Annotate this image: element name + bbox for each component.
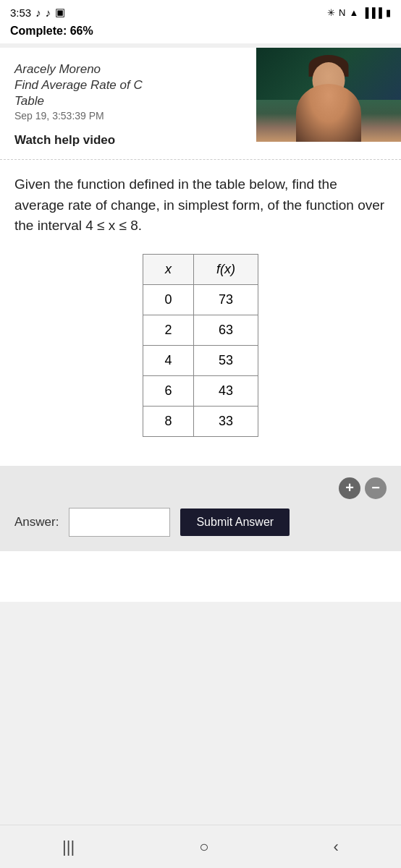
bottom-spacer bbox=[0, 551, 401, 602]
table-row: 073 bbox=[143, 284, 258, 315]
table-cell-x: 6 bbox=[143, 375, 194, 406]
status-bar: 3:53 ♪ ♪ ▣ ✳ N ▲ ▐▐▐ ▮ bbox=[0, 0, 401, 22]
table-cell-x: 8 bbox=[143, 406, 194, 436]
table-row: 643 bbox=[143, 375, 258, 406]
answer-section: + − Answer: Submit Answer bbox=[0, 466, 401, 551]
math-table-container: x f(x) 073263453643833 bbox=[14, 254, 387, 437]
answer-row: Answer: Submit Answer bbox=[14, 508, 387, 537]
video-person-body bbox=[296, 84, 361, 142]
status-time: 3:53 bbox=[10, 7, 31, 19]
menu-button[interactable]: ||| bbox=[48, 830, 89, 864]
chevron-left-icon: ‹ bbox=[334, 838, 339, 856]
table-cell-fx: 43 bbox=[194, 375, 258, 406]
wifi-icon: ▲ bbox=[349, 7, 358, 18]
menu-lines-icon: ||| bbox=[62, 838, 75, 856]
back-button[interactable]: ‹ bbox=[319, 830, 353, 864]
table-cell-x: 2 bbox=[143, 315, 194, 345]
photo-icon: ▣ bbox=[55, 6, 65, 19]
table-header-fx: f(x) bbox=[194, 254, 258, 284]
table-header-x: x bbox=[143, 254, 194, 284]
table-cell-x: 4 bbox=[143, 345, 194, 375]
add-field-button[interactable]: + bbox=[339, 477, 360, 499]
home-button[interactable]: ○ bbox=[185, 830, 223, 864]
progress-label: Complete: 66% bbox=[10, 25, 93, 37]
circle-icon: ○ bbox=[199, 838, 208, 856]
music-icon-2: ♪ bbox=[46, 7, 51, 19]
battery-icon: ▮ bbox=[386, 7, 391, 18]
answer-controls-top: + − bbox=[14, 477, 387, 499]
submit-button[interactable]: Submit Answer bbox=[180, 509, 290, 536]
bluetooth-icon: ✳ bbox=[327, 7, 335, 18]
answer-input[interactable] bbox=[69, 508, 170, 537]
video-person-graphic bbox=[256, 48, 401, 142]
table-row: 453 bbox=[143, 345, 258, 375]
problem-section: Given the function defined in the table … bbox=[0, 174, 401, 466]
table-row: 263 bbox=[143, 315, 258, 345]
main-card: Aracely Moreno Find Average Rate of C Ta… bbox=[0, 48, 401, 602]
bottom-navigation: ||| ○ ‹ bbox=[0, 825, 401, 868]
plus-icon: + bbox=[345, 480, 354, 496]
table-cell-fx: 53 bbox=[194, 345, 258, 375]
notification-icon: N bbox=[339, 7, 345, 18]
status-right-icons: ✳ N ▲ ▐▐▐ ▮ bbox=[327, 7, 391, 18]
problem-text: Given the function defined in the table … bbox=[14, 174, 387, 237]
remove-field-button[interactable]: − bbox=[365, 477, 387, 499]
music-icon-1: ♪ bbox=[35, 7, 41, 19]
table-cell-x: 0 bbox=[143, 284, 194, 315]
table-row: 833 bbox=[143, 406, 258, 436]
table-cell-fx: 73 bbox=[194, 284, 258, 315]
minus-icon: − bbox=[371, 480, 380, 496]
answer-label: Answer: bbox=[14, 515, 59, 529]
table-cell-fx: 33 bbox=[194, 406, 258, 436]
function-table: x f(x) 073263453643833 bbox=[143, 254, 258, 437]
status-time-group: 3:53 ♪ ♪ ▣ bbox=[10, 6, 65, 19]
table-cell-fx: 63 bbox=[194, 315, 258, 345]
video-thumbnail[interactable] bbox=[256, 48, 401, 142]
section-divider bbox=[0, 159, 401, 160]
signal-icon: ▐▐▐ bbox=[362, 7, 382, 18]
progress-bar: Complete: 66% bbox=[0, 22, 401, 43]
